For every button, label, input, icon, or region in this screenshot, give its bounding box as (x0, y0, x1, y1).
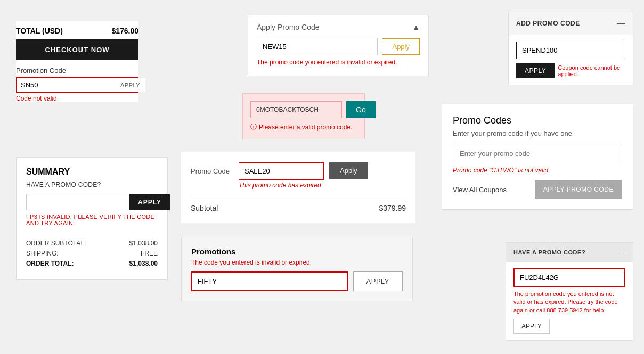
apply-promo-title: Apply Promo Code (257, 23, 320, 31)
summary-title: SUMMARY (26, 167, 158, 177)
minus-icon[interactable]: — (617, 19, 625, 28)
sale-apply-button[interactable]: Apply (329, 162, 368, 179)
total-amount: $176.00 (111, 27, 138, 35)
promo-go-input[interactable] (250, 101, 342, 118)
checkout-button[interactable]: CHECKOUT NOW (16, 39, 138, 60)
go-button[interactable]: Go (346, 101, 376, 118)
shipping-label: SHIPPING: (26, 250, 59, 257)
shipping-row: SHIPPING: FREE (26, 250, 158, 257)
have-promo-apply-button[interactable]: APPLY (513, 319, 550, 334)
summary-invalid-message: FP3 IS INVALID. PLEASE VERIFY THE CODE A… (26, 213, 158, 226)
add-promo-title: ADD PROMO CODE (516, 20, 580, 27)
apply-promo-orange-button[interactable]: Apply (382, 38, 420, 55)
spend-input[interactable] (516, 42, 625, 59)
promotions-error: The code you entered is invalid or expir… (191, 259, 403, 266)
subtotal-value: $379.99 (379, 204, 406, 212)
have-promo-header-title: HAVE A PROMO CODE? (513, 249, 585, 256)
order-subtotal-value: $1,038.00 (129, 240, 158, 247)
apply-promo-dropdown: Apply Promo Code ▲ Apply The promo code … (248, 15, 429, 76)
add-promo-apply-button[interactable]: APPLY (516, 63, 555, 78)
promo-codes-panel: Promo Codes Enter your promo code if you… (442, 104, 633, 210)
summary-panel: SUMMARY HAVE A PROMO CODE? APPLY FP3 IS … (16, 157, 168, 280)
info-circle-icon: ⓘ (250, 122, 257, 131)
promotions-apply-button[interactable]: APPLY (353, 271, 403, 291)
order-subtotal-label: ORDER SUBTOTAL: (26, 240, 86, 247)
subtotal-row: Subtotal $379.99 (191, 197, 406, 212)
promotion-apply-button[interactable]: APPLY (115, 78, 145, 92)
promotion-code-row: APPLY (16, 77, 138, 93)
promo-expired-message: This promo code has expired (239, 182, 324, 189)
promotions-panel: Promotions The code you entered is inval… (181, 237, 413, 301)
total-label: TOTAL (USD) (16, 27, 63, 35)
total-checkout-panel: TOTAL (USD) $176.00 CHECKOUT NOW Promoti… (16, 21, 138, 102)
have-promo-panel: HAVE A PROMO CODE? — The promotion code … (506, 242, 633, 341)
subtotal-label: Subtotal (191, 204, 218, 212)
promotions-input[interactable] (191, 271, 348, 291)
promo-go-panel: Go ⓘ Please enter a valid promo code. (242, 93, 365, 139)
sale-promo-input[interactable] (239, 162, 324, 180)
summary-apply-button[interactable]: APPLY (129, 194, 170, 210)
add-promo-panel: ADD PROMO CODE — APPLY Coupon code canno… (508, 12, 633, 85)
promo-codes-subtitle: Enter your promo code if you have one (453, 129, 622, 137)
view-coupons-link[interactable]: View All Coupons (453, 186, 507, 194)
summary-promo-input[interactable] (26, 194, 125, 210)
promotion-code-input[interactable] (17, 78, 115, 92)
cannot-apply-message: Coupon code cannot be applied. (558, 64, 625, 77)
promo-codes-title: Promo Codes (453, 115, 622, 126)
have-promo-input[interactable] (513, 268, 625, 287)
apply-promo-code-button[interactable]: APPLY PROMO CODE (535, 180, 622, 199)
order-total-value: $1,038.00 (129, 260, 158, 267)
have-promo-label: HAVE A PROMO CODE? (26, 181, 158, 188)
order-total-label: ORDER TOTAL: (26, 260, 74, 267)
have-promo-minus-icon[interactable]: — (618, 248, 625, 257)
apply-promo-input[interactable] (257, 38, 378, 55)
promotions-title: Promotions (191, 247, 403, 256)
shipping-value: FREE (141, 250, 158, 257)
apply-promo-error: The promo code you entered is invalid or… (257, 59, 420, 66)
promo-code-label: Promo Code (191, 162, 233, 175)
order-subtotal-row: ORDER SUBTOTAL: $1,038.00 (26, 240, 158, 247)
summary-divider (26, 233, 158, 233)
order-total-row: ORDER TOTAL: $1,038.00 (26, 260, 158, 267)
not-valid-message: The promotion code you entered is not va… (513, 290, 625, 315)
code-invalid-message: Code not valid. (16, 95, 138, 102)
sale-promo-panel: Promo Code This promo code has expired A… (181, 152, 415, 223)
promo-invalid-message: Promo code "CJTWO" is not valid. (453, 167, 622, 174)
enter-valid-message: ⓘ Please enter a valid promo code. (250, 122, 357, 131)
promotion-code-label: Promotion Code (16, 67, 138, 75)
chevron-up-icon[interactable]: ▲ (412, 23, 420, 31)
promo-codes-input[interactable] (453, 144, 622, 163)
